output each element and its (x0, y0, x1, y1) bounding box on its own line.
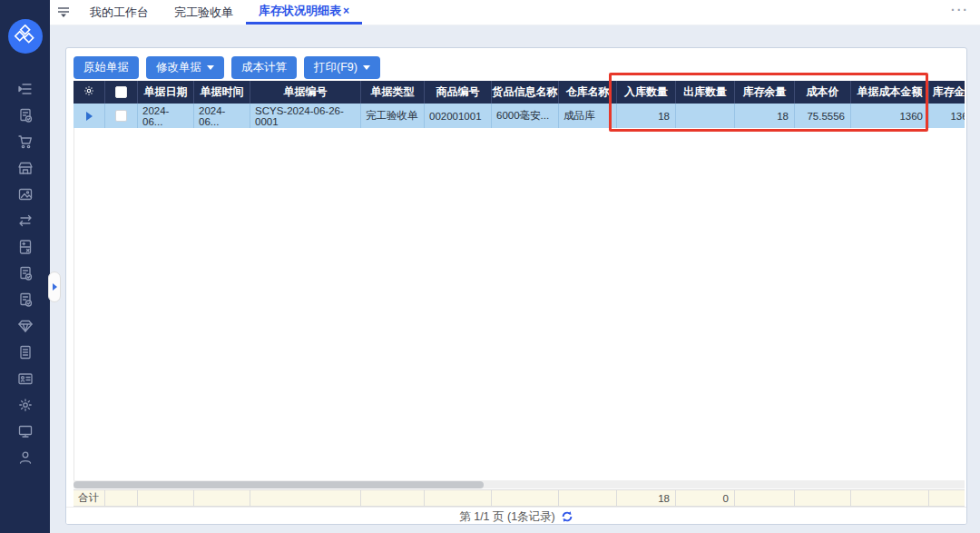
header-column-settings[interactable] (74, 81, 105, 104)
tab-label: 完工验收单 (174, 5, 233, 21)
select-all-checkbox[interactable] (115, 86, 127, 98)
transfer-icon[interactable] (13, 207, 38, 233)
cell-column-settings[interactable] (74, 104, 105, 128)
chevron-down-icon (207, 65, 214, 70)
total-doc-date (138, 489, 194, 507)
store-icon[interactable] (13, 154, 38, 181)
content-area: 原始单据修改单据成本计算打印(F9) 单据日期单据时间单据编号单据类型商品编号货… (50, 25, 980, 533)
cell-stock-amount[interactable]: 1360 (929, 104, 965, 128)
settings-icon[interactable] (13, 391, 38, 418)
more-options-icon[interactable]: ··· (951, 5, 969, 15)
total-warehouse-name (559, 489, 617, 507)
user-icon[interactable] (13, 444, 38, 470)
refresh-icon[interactable] (561, 510, 573, 523)
header-product-name[interactable]: 货品信息名称 (492, 81, 559, 104)
table-row: 2024-06...2024-06...SCYS-2024-06-26-0001… (74, 104, 965, 128)
calculator-icon[interactable] (13, 233, 38, 260)
row-expand-icon[interactable] (86, 112, 93, 121)
toolbar-button-1[interactable]: 原始单据 (74, 56, 139, 79)
cell-product-name[interactable]: 6000毫安... (492, 104, 559, 128)
header-doc-time[interactable]: 单据时间 (194, 81, 250, 104)
invoice-icon[interactable] (13, 286, 38, 312)
column-settings-gear-icon[interactable] (83, 84, 95, 100)
button-label: 打印(F9) (314, 60, 358, 75)
horizontal-scrollbar[interactable] (74, 480, 965, 489)
row-checkbox[interactable] (115, 110, 127, 122)
cell-product-code[interactable]: 002001001 (425, 104, 492, 128)
cell-doc-date[interactable]: 2024-06... (138, 104, 194, 128)
table-empty-area (74, 128, 965, 480)
monitor-icon[interactable] (13, 418, 38, 444)
total-column-settings: 合计 (74, 489, 105, 507)
tab-label: 我的工作台 (90, 5, 149, 21)
total-select (105, 489, 138, 507)
tab-3[interactable]: 库存状况明细表× (246, 0, 362, 25)
header-doc-date[interactable]: 单据日期 (138, 81, 194, 104)
tab-1[interactable]: 我的工作台 (77, 0, 162, 25)
total-doc-cost-amount (851, 489, 929, 507)
total-product-code (425, 489, 492, 507)
total-inbound-qty: 18 (617, 489, 676, 507)
tab-label: 库存状况明细表 (259, 3, 341, 19)
image-icon[interactable] (13, 181, 38, 207)
header-stock-balance[interactable]: 库存余量 (735, 81, 795, 104)
id-card-icon[interactable] (13, 365, 38, 391)
app-window: 我的工作台完工验收单库存状况明细表× ··· 原始单据修改单据成本计算打印(F9… (0, 0, 980, 533)
cell-cost-price[interactable]: 75.5556 (795, 104, 851, 128)
cell-doc-type[interactable]: 完工验收单 (361, 104, 425, 128)
invoice-icon[interactable] (13, 260, 38, 286)
cell-doc-time[interactable]: 2024-06... (194, 104, 250, 128)
tab-list-icon[interactable] (50, 0, 77, 25)
chevron-right-icon (53, 283, 57, 291)
cell-select[interactable] (105, 104, 138, 128)
button-label: 修改单据 (156, 60, 201, 75)
total-cost-price (795, 489, 851, 507)
toolbar-button-4[interactable]: 打印(F9) (304, 56, 380, 79)
table-header: 单据日期单据时间单据编号单据类型商品编号货品信息名称仓库名称入库数量出库数量库存… (74, 81, 965, 104)
tab-strip: 我的工作台完工验收单库存状况明细表× (77, 0, 362, 25)
scrollbar-thumb[interactable] (74, 481, 484, 489)
report-panel: 原始单据修改单据成本计算打印(F9) 单据日期单据时间单据编号单据类型商品编号货… (65, 47, 967, 525)
pagination-text: 第 1/1 页 (1条记录) (459, 509, 555, 525)
header-warehouse-name[interactable]: 仓库名称 (559, 81, 617, 104)
app-logo-icon[interactable] (8, 19, 43, 54)
tab-2[interactable]: 完工验收单 (162, 0, 246, 25)
button-label: 原始单据 (83, 60, 129, 75)
cell-stock-balance[interactable]: 18 (735, 104, 795, 128)
header-outbound-qty[interactable]: 出库数量 (676, 81, 735, 104)
total-doc-type (361, 489, 425, 507)
header-select[interactable] (105, 81, 138, 104)
totals-row: 合计180 (74, 489, 965, 507)
header-inbound-qty[interactable]: 入库数量 (617, 81, 676, 104)
menu-expand-icon[interactable] (13, 75, 38, 102)
header-stock-amount[interactable]: 库存金额 (929, 81, 965, 104)
header-doc-number[interactable]: 单据编号 (250, 81, 361, 104)
left-sidebar (0, 0, 50, 533)
invoice-icon[interactable] (13, 102, 38, 128)
total-outbound-qty: 0 (676, 489, 735, 507)
pagination-bar: 第 1/1 页 (1条记录) (66, 507, 966, 525)
toolbar-button-3[interactable]: 成本计算 (231, 56, 297, 79)
toolbar: 原始单据修改单据成本计算打印(F9) (74, 56, 380, 79)
header-doc-cost-amount[interactable]: 单据成本金额 (851, 81, 929, 104)
chevron-down-icon (363, 65, 370, 70)
toolbar-button-2[interactable]: 修改单据 (146, 56, 224, 79)
gem-icon[interactable] (13, 312, 38, 339)
cell-doc-cost-amount[interactable]: 1360 (851, 104, 929, 128)
header-product-code[interactable]: 商品编号 (425, 81, 492, 104)
sidebar-icon-list (13, 75, 38, 470)
cart-icon[interactable] (13, 128, 38, 154)
header-doc-type[interactable]: 单据类型 (361, 81, 425, 104)
cell-doc-number[interactable]: SCYS-2024-06-26-0001 (250, 104, 361, 128)
cell-inbound-qty[interactable]: 18 (617, 104, 676, 128)
report-icon[interactable] (13, 339, 38, 365)
tab-close-icon[interactable]: × (343, 5, 349, 17)
panel-expand-toggle[interactable] (48, 271, 61, 302)
cell-warehouse-name[interactable]: 成品库 (559, 104, 617, 128)
total-stock-amount (929, 489, 965, 507)
total-stock-balance (735, 489, 795, 507)
total-doc-time (194, 489, 250, 507)
tab-bar: 我的工作台完工验收单库存状况明细表× ··· (50, 0, 980, 25)
header-cost-price[interactable]: 成本价 (795, 81, 851, 104)
cell-outbound-qty[interactable] (676, 104, 735, 128)
